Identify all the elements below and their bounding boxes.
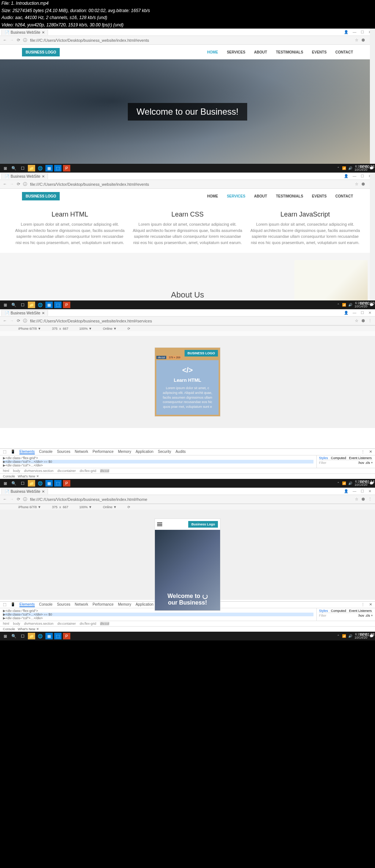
dt-tab-performance[interactable]: Performance <box>93 450 114 454</box>
dt-tab-application[interactable]: Application <box>135 602 153 607</box>
forward-icon[interactable]: → <box>10 318 14 323</box>
search-icon[interactable]: 🔍 <box>10 302 18 308</box>
maximize-icon[interactable]: ☐ <box>361 489 364 493</box>
dom-node[interactable]: ▶<div class="flex-grid"> <box>3 456 313 460</box>
device-select[interactable]: iPhone 6/7/8 ▼ <box>18 327 41 330</box>
star-icon[interactable]: ☆ <box>355 318 359 323</box>
url-field[interactable]: file:///C:/Users/Victor/Desktop/business… <box>30 497 352 502</box>
task-view-icon[interactable]: ☐ <box>19 480 26 487</box>
explorer-icon[interactable]: 📁 <box>28 480 35 487</box>
computed-tab[interactable]: Computed <box>331 456 346 460</box>
device-height[interactable]: 667 <box>63 327 68 330</box>
bc-item[interactable]: div.flex-grid <box>80 469 96 473</box>
minimize-icon[interactable]: — <box>353 311 356 315</box>
powerpoint-icon[interactable]: P <box>63 302 70 308</box>
reload-icon[interactable]: ⟳ <box>17 182 20 186</box>
dom-node-selected[interactable]: ▶<div class="col">…</div> == $0 <box>3 613 313 616</box>
bc-item[interactable]: div#services.section <box>24 622 54 625</box>
elements-tree[interactable]: ▶<div class="flex-grid"> ▶<div class="co… <box>0 455 316 468</box>
computed-tab[interactable]: Computed <box>331 609 346 613</box>
dt-tab-security[interactable]: Security <box>158 450 171 454</box>
app-icon-1[interactable]: ▦ <box>45 165 53 171</box>
back-icon[interactable]: ← <box>3 318 7 323</box>
forward-icon[interactable]: → <box>10 38 14 43</box>
listeners-tab[interactable]: Event Listeners <box>349 456 372 460</box>
dom-node[interactable]: ▶<div class="col">…</div> <box>3 616 313 620</box>
powerpoint-icon[interactable]: P <box>63 165 70 171</box>
nav-testimonials[interactable]: TESTIMONIALS <box>276 50 303 54</box>
bc-item[interactable]: body <box>13 469 21 473</box>
nav-services[interactable]: SERVICES <box>227 50 245 54</box>
windows-start-icon[interactable]: ⊞ <box>1 302 9 308</box>
dt-close-icon[interactable]: ✕ <box>369 450 372 454</box>
app-icon-2[interactable]: ⬚ <box>54 633 62 639</box>
inspect-icon[interactable]: ⬚ <box>3 450 6 454</box>
styles-tab[interactable]: Styles <box>319 609 328 613</box>
device-mode-icon[interactable]: 📱 <box>11 602 15 607</box>
nav-contact[interactable]: CONTACT <box>335 50 353 54</box>
device-height[interactable]: 667 <box>63 505 68 509</box>
mobile-logo[interactable]: BUSINESS LOGO <box>185 350 218 357</box>
inspect-icon[interactable]: ⬚ <box>3 602 6 607</box>
hov-cls-toggle[interactable]: :hov .cls + <box>358 614 373 617</box>
forward-icon[interactable]: → <box>10 497 14 502</box>
reload-icon[interactable]: ⟳ <box>17 38 20 43</box>
bc-item[interactable]: body <box>13 622 21 625</box>
maximize-icon[interactable]: ☐ <box>361 174 364 178</box>
explorer-icon[interactable]: 📁 <box>28 633 35 639</box>
wifi-icon[interactable]: 📶 <box>342 481 346 485</box>
back-icon[interactable]: ← <box>3 497 7 502</box>
hov-cls-toggle[interactable]: :hov .cls + <box>358 461 373 465</box>
app-icon-1[interactable]: ▦ <box>45 480 53 487</box>
chrome-icon[interactable]: 🌐 <box>37 480 44 487</box>
device-select[interactable]: iPhone 6/7/8 ▼ <box>18 505 41 509</box>
dt-tab-sources[interactable]: Sources <box>57 602 70 607</box>
nav-contact[interactable]: CONTACT <box>335 194 353 198</box>
mobile-logo[interactable]: Business Logo <box>188 521 218 528</box>
explorer-icon[interactable]: 📁 <box>28 165 35 171</box>
powerpoint-icon[interactable]: P <box>63 480 70 487</box>
device-mode-icon[interactable]: 📱 <box>11 450 15 454</box>
nav-events[interactable]: EVENTS <box>312 50 327 54</box>
task-view-icon[interactable]: ☐ <box>19 633 26 639</box>
rotate-icon[interactable]: ⟳ <box>127 327 130 330</box>
online-select[interactable]: Online ▼ <box>103 327 116 330</box>
console-drawer[interactable]: Console What's New ✕ <box>0 473 375 479</box>
volume-icon[interactable]: 🔊 <box>348 166 352 170</box>
wifi-icon[interactable]: 📶 <box>342 303 346 307</box>
wifi-icon[interactable]: 📶 <box>342 166 346 170</box>
user-icon[interactable]: 👤 <box>344 30 348 34</box>
close-icon[interactable]: ✕ <box>368 311 371 315</box>
dom-node-selected[interactable]: ▶<div class="col">…</div> == $0 <box>3 460 313 463</box>
volume-icon[interactable]: 🔊 <box>348 303 352 307</box>
dt-tab-elements[interactable]: Elements <box>19 602 35 607</box>
nav-home[interactable]: HOME <box>207 194 218 198</box>
console-drawer[interactable]: Console What's New ✕ <box>0 626 375 632</box>
dt-menu-icon[interactable]: ⋮ <box>361 602 365 607</box>
bc-item[interactable]: html <box>3 469 9 473</box>
dt-tab-network[interactable]: Network <box>75 602 88 607</box>
dt-tab-network[interactable]: Network <box>75 450 88 454</box>
styles-tab[interactable]: Styles <box>319 456 328 460</box>
dt-tab-sources[interactable]: Sources <box>57 450 70 454</box>
business-logo[interactable]: BUSINESS LOGO <box>22 192 60 200</box>
user-icon[interactable]: 👤 <box>344 489 348 493</box>
bc-item-active[interactable]: div.col <box>100 469 109 473</box>
user-icon[interactable]: 👤 <box>344 174 348 178</box>
windows-start-icon[interactable]: ⊞ <box>1 633 9 639</box>
filter-input[interactable]: Filter <box>319 461 326 465</box>
back-icon[interactable]: ← <box>3 182 7 186</box>
minimize-icon[interactable]: — <box>353 489 356 493</box>
nav-about[interactable]: ABOUT <box>254 194 267 198</box>
back-icon[interactable]: ← <box>3 38 7 43</box>
zoom-select[interactable]: 100% ▼ <box>79 327 92 330</box>
dt-menu-icon[interactable]: ⋮ <box>361 450 365 454</box>
dt-tab-application[interactable]: Application <box>135 450 153 454</box>
app-icon-2[interactable]: ⬚ <box>54 480 62 487</box>
dt-tab-audits[interactable]: Audits <box>175 450 186 454</box>
browser-tab[interactable]: 📄 Business WebSite ✕ <box>1 488 48 494</box>
zoom-select[interactable]: 100% ▼ <box>79 505 92 509</box>
nav-events[interactable]: EVENTS <box>312 194 327 198</box>
volume-icon[interactable]: 🔊 <box>348 481 352 485</box>
star-icon[interactable]: ☆ <box>355 182 359 186</box>
